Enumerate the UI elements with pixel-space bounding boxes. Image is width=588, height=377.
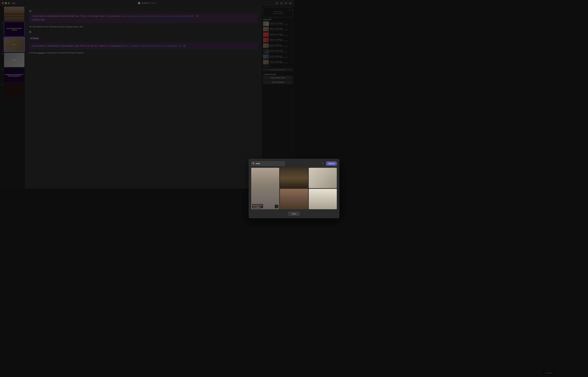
- modal-search-bar: 🔍 ✕ Search: [251, 161, 294, 166]
- image-cell-1[interactable]: By Patrick Foreon Unsplash ↓: [251, 168, 279, 188]
- search-modal: 🔍 ✕ Search By Patrick Foreon Unsplash ↓: [249, 159, 294, 188]
- image-grid: By Patrick Foreon Unsplash ↓: [251, 168, 294, 188]
- image-cell-2[interactable]: [280, 168, 294, 188]
- modal-overlay[interactable]: 🔍 ✕ Search By Patrick Foreon Unsplash ↓: [0, 0, 294, 188]
- unsplash-search-input[interactable]: [251, 161, 285, 166]
- search-input-wrap: 🔍 ✕: [251, 161, 294, 166]
- search-icon: 🔍: [253, 163, 255, 165]
